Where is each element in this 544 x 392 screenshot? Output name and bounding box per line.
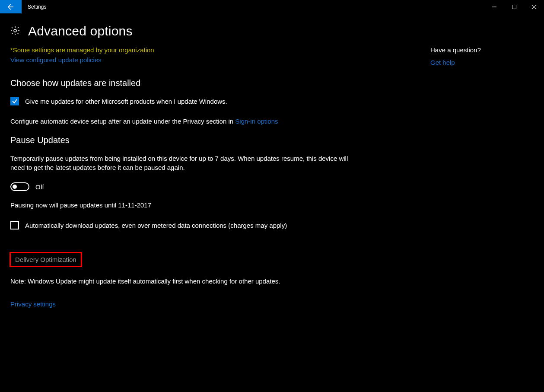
window-title: Settings xyxy=(22,0,484,13)
configure-auto-prefix: Configure automatic device setup after a… xyxy=(10,118,235,125)
configure-auto-text: Configure automatic device setup after a… xyxy=(10,117,365,126)
page-header: Advanced options xyxy=(0,13,544,46)
view-policies-link[interactable]: View configured update policies xyxy=(10,56,365,64)
pause-until-text: Pausing now will pause updates until 11-… xyxy=(10,201,365,210)
delivery-optimization-link[interactable]: Delivery Optimization xyxy=(15,256,76,263)
install-heading: Choose how updates are installed xyxy=(10,78,365,88)
minimize-button[interactable] xyxy=(484,0,504,13)
checkbox-other-products[interactable] xyxy=(10,97,19,105)
side-heading: Have a question? xyxy=(430,46,481,54)
sign-in-options-link[interactable]: Sign-in options xyxy=(235,118,278,125)
delivery-optimization-highlight: Delivery Optimization xyxy=(10,252,82,267)
svg-point-1 xyxy=(14,29,16,32)
gear-icon xyxy=(10,25,20,37)
back-button[interactable] xyxy=(0,0,22,13)
pause-toggle-label: Off xyxy=(35,183,44,191)
maximize-button[interactable] xyxy=(504,0,524,13)
close-icon xyxy=(532,5,536,9)
privacy-settings-link[interactable]: Privacy settings xyxy=(10,300,56,308)
checkbox-metered-row: Automatically download updates, even ove… xyxy=(10,221,365,229)
check-icon xyxy=(12,98,18,104)
page-title: Advanced options xyxy=(28,24,133,38)
maximize-icon xyxy=(512,5,516,9)
titlebar: Settings xyxy=(0,0,544,13)
update-note: Note: Windows Update might update itself… xyxy=(10,277,365,286)
checkbox-other-products-label: Give me updates for other Microsoft prod… xyxy=(25,98,227,105)
arrow-left-icon xyxy=(7,3,14,10)
checkbox-other-products-row: Give me updates for other Microsoft prod… xyxy=(10,97,365,105)
get-help-link[interactable]: Get help xyxy=(430,59,481,66)
pause-toggle-row: Off xyxy=(10,182,365,191)
close-button[interactable] xyxy=(524,0,544,13)
side-column: Have a question? Get help xyxy=(430,46,481,308)
checkbox-metered-label: Automatically download updates, even ove… xyxy=(25,222,287,229)
pause-toggle[interactable] xyxy=(10,182,29,191)
checkbox-metered[interactable] xyxy=(10,221,19,229)
org-managed-notice: *Some settings are managed by your organ… xyxy=(10,46,365,54)
minimize-icon xyxy=(492,5,496,9)
window-controls xyxy=(484,0,544,13)
main-column: *Some settings are managed by your organ… xyxy=(10,46,365,308)
pause-heading: Pause Updates xyxy=(10,135,365,145)
toggle-knob xyxy=(13,185,17,189)
pause-description: Temporarily pause updates from being ins… xyxy=(10,154,352,172)
svg-rect-0 xyxy=(512,5,516,9)
